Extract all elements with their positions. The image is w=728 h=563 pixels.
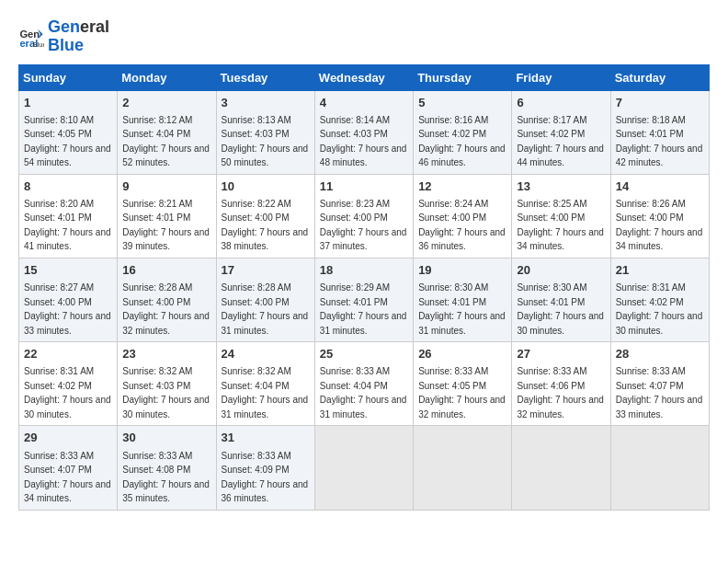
calendar-cell xyxy=(414,426,512,510)
day-number: 26 xyxy=(418,346,506,362)
calendar-cell: 18Sunrise: 8:29 AMSunset: 4:01 PMDayligh… xyxy=(314,258,413,341)
day-number: 8 xyxy=(24,178,112,195)
svg-text:Blue: Blue xyxy=(32,40,44,49)
day-number: 13 xyxy=(517,178,605,195)
calendar-cell: 27Sunrise: 8:33 AMSunset: 4:06 PMDayligh… xyxy=(512,342,610,426)
day-number: 18 xyxy=(320,262,408,279)
day-number: 6 xyxy=(517,95,605,111)
header-day: Monday xyxy=(118,64,216,90)
calendar-cell: 7Sunrise: 8:18 AMSunset: 4:01 PMDaylight… xyxy=(610,90,709,174)
day-info: Sunrise: 8:33 AMSunset: 4:07 PMDaylight:… xyxy=(616,366,703,419)
calendar-cell: 4Sunrise: 8:14 AMSunset: 4:03 PMDaylight… xyxy=(314,90,413,174)
day-info: Sunrise: 8:16 AMSunset: 4:02 PMDaylight:… xyxy=(418,115,506,168)
calendar-cell: 12Sunrise: 8:24 AMSunset: 4:00 PMDayligh… xyxy=(414,174,512,258)
day-info: Sunrise: 8:21 AMSunset: 4:01 PMDaylight:… xyxy=(122,199,210,252)
day-number: 12 xyxy=(418,178,506,195)
calendar-cell: 30Sunrise: 8:33 AMSunset: 4:08 PMDayligh… xyxy=(118,426,216,510)
calendar-cell: 6Sunrise: 8:17 AMSunset: 4:02 PMDaylight… xyxy=(512,90,610,174)
day-info: Sunrise: 8:12 AMSunset: 4:04 PMDaylight:… xyxy=(122,115,210,168)
calendar-cell: 20Sunrise: 8:30 AMSunset: 4:01 PMDayligh… xyxy=(512,258,610,341)
calendar-body: 1Sunrise: 8:10 AMSunset: 4:05 PMDaylight… xyxy=(19,90,710,510)
week-row: 29Sunrise: 8:33 AMSunset: 4:07 PMDayligh… xyxy=(19,426,710,510)
day-info: Sunrise: 8:31 AMSunset: 4:02 PMDaylight:… xyxy=(616,282,703,336)
day-number: 27 xyxy=(517,346,605,362)
calendar-cell: 22Sunrise: 8:31 AMSunset: 4:02 PMDayligh… xyxy=(19,342,118,426)
day-number: 11 xyxy=(320,178,408,195)
day-number: 30 xyxy=(122,430,210,446)
calendar-cell: 28Sunrise: 8:33 AMSunset: 4:07 PMDayligh… xyxy=(610,342,709,426)
day-number: 29 xyxy=(24,430,112,446)
day-info: Sunrise: 8:24 AMSunset: 4:00 PMDaylight:… xyxy=(418,199,506,252)
calendar-cell: 3Sunrise: 8:13 AMSunset: 4:03 PMDaylight… xyxy=(216,90,314,174)
header-day: Wednesday xyxy=(314,64,413,90)
calendar-cell: 8Sunrise: 8:20 AMSunset: 4:01 PMDaylight… xyxy=(19,174,118,258)
calendar-cell: 19Sunrise: 8:30 AMSunset: 4:01 PMDayligh… xyxy=(414,258,512,341)
calendar-header: SundayMondayTuesdayWednesdayThursdayFrid… xyxy=(19,64,710,90)
calendar-cell: 16Sunrise: 8:28 AMSunset: 4:00 PMDayligh… xyxy=(118,258,216,341)
day-info: Sunrise: 8:33 AMSunset: 4:09 PMDaylight:… xyxy=(222,451,309,504)
day-info: Sunrise: 8:18 AMSunset: 4:01 PMDaylight:… xyxy=(616,115,703,168)
day-number: 16 xyxy=(122,262,210,279)
day-number: 19 xyxy=(418,262,506,279)
day-number: 4 xyxy=(320,95,408,111)
header-row: SundayMondayTuesdayWednesdayThursdayFrid… xyxy=(19,64,710,90)
calendar-cell: 13Sunrise: 8:25 AMSunset: 4:00 PMDayligh… xyxy=(512,174,610,258)
day-number: 9 xyxy=(122,178,210,195)
logo: Gen eral Blue GeneralBlue xyxy=(18,18,109,55)
calendar-cell: 10Sunrise: 8:22 AMSunset: 4:00 PMDayligh… xyxy=(216,174,314,258)
calendar-cell xyxy=(314,426,413,510)
logo-icon: Gen eral Blue xyxy=(18,24,44,50)
day-info: Sunrise: 8:33 AMSunset: 4:08 PMDaylight:… xyxy=(122,451,210,504)
header-day: Saturday xyxy=(610,64,709,90)
day-number: 15 xyxy=(24,262,112,279)
day-number: 31 xyxy=(222,430,310,446)
day-number: 3 xyxy=(222,95,310,111)
logo-blue-text: Blue xyxy=(48,36,84,54)
day-info: Sunrise: 8:30 AMSunset: 4:01 PMDaylight:… xyxy=(418,282,506,336)
calendar-table: SundayMondayTuesdayWednesdayThursdayFrid… xyxy=(18,64,710,511)
day-number: 14 xyxy=(616,178,704,195)
day-info: Sunrise: 8:32 AMSunset: 4:03 PMDaylight:… xyxy=(122,366,210,419)
day-number: 5 xyxy=(418,95,506,111)
day-info: Sunrise: 8:33 AMSunset: 4:05 PMDaylight:… xyxy=(418,366,506,419)
calendar-cell xyxy=(512,426,610,510)
day-number: 7 xyxy=(616,95,704,111)
calendar-cell: 15Sunrise: 8:27 AMSunset: 4:00 PMDayligh… xyxy=(19,258,118,341)
calendar-cell: 25Sunrise: 8:33 AMSunset: 4:04 PMDayligh… xyxy=(314,342,413,426)
day-number: 21 xyxy=(616,262,704,279)
calendar-cell: 2Sunrise: 8:12 AMSunset: 4:04 PMDaylight… xyxy=(118,90,216,174)
calendar-cell: 31Sunrise: 8:33 AMSunset: 4:09 PMDayligh… xyxy=(216,426,314,510)
header-day: Thursday xyxy=(414,64,512,90)
day-number: 10 xyxy=(222,178,310,195)
calendar-cell: 26Sunrise: 8:33 AMSunset: 4:05 PMDayligh… xyxy=(414,342,512,426)
header-day: Tuesday xyxy=(216,64,314,90)
day-info: Sunrise: 8:20 AMSunset: 4:01 PMDaylight:… xyxy=(24,199,111,252)
week-row: 1Sunrise: 8:10 AMSunset: 4:05 PMDaylight… xyxy=(19,90,710,174)
day-info: Sunrise: 8:25 AMSunset: 4:00 PMDaylight:… xyxy=(517,199,604,252)
day-info: Sunrise: 8:23 AMSunset: 4:00 PMDaylight:… xyxy=(320,199,407,252)
day-info: Sunrise: 8:33 AMSunset: 4:07 PMDaylight:… xyxy=(24,451,111,504)
day-info: Sunrise: 8:30 AMSunset: 4:01 PMDaylight:… xyxy=(517,282,604,336)
day-number: 23 xyxy=(122,346,210,362)
day-info: Sunrise: 8:33 AMSunset: 4:04 PMDaylight:… xyxy=(320,366,407,419)
day-info: Sunrise: 8:13 AMSunset: 4:03 PMDaylight:… xyxy=(222,115,309,168)
day-info: Sunrise: 8:32 AMSunset: 4:04 PMDaylight:… xyxy=(222,366,309,419)
day-number: 1 xyxy=(24,95,112,111)
calendar-cell: 11Sunrise: 8:23 AMSunset: 4:00 PMDayligh… xyxy=(314,174,413,258)
week-row: 8Sunrise: 8:20 AMSunset: 4:01 PMDaylight… xyxy=(19,174,710,258)
day-info: Sunrise: 8:31 AMSunset: 4:02 PMDaylight:… xyxy=(24,366,111,419)
day-number: 22 xyxy=(24,346,112,362)
calendar-cell xyxy=(610,426,709,510)
day-number: 28 xyxy=(616,346,704,362)
calendar-cell: 17Sunrise: 8:28 AMSunset: 4:00 PMDayligh… xyxy=(216,258,314,341)
day-number: 20 xyxy=(517,262,605,279)
calendar-cell: 29Sunrise: 8:33 AMSunset: 4:07 PMDayligh… xyxy=(19,426,118,510)
header-day: Sunday xyxy=(19,64,118,90)
logo-text: GeneralBlue xyxy=(48,18,109,55)
day-number: 24 xyxy=(222,346,310,362)
calendar-cell: 1Sunrise: 8:10 AMSunset: 4:05 PMDaylight… xyxy=(19,90,118,174)
day-info: Sunrise: 8:29 AMSunset: 4:01 PMDaylight:… xyxy=(320,282,407,336)
calendar-cell: 23Sunrise: 8:32 AMSunset: 4:03 PMDayligh… xyxy=(118,342,216,426)
week-row: 15Sunrise: 8:27 AMSunset: 4:00 PMDayligh… xyxy=(19,258,710,341)
calendar-cell: 9Sunrise: 8:21 AMSunset: 4:01 PMDaylight… xyxy=(118,174,216,258)
